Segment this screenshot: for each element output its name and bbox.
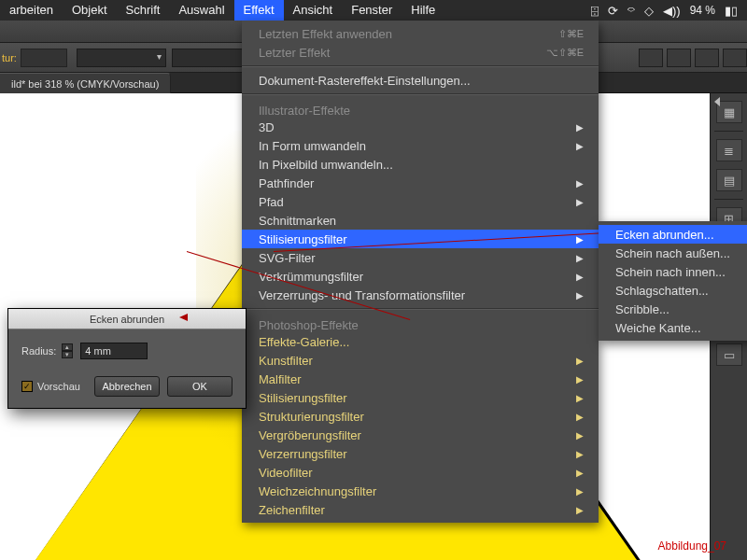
ok-button[interactable]: OK	[167, 376, 233, 397]
bluetooth-icon: ⌔	[627, 4, 635, 18]
mac-menubar: arbeiten Objekt Schrift Auswahl Effekt A…	[0, 0, 747, 21]
menubar-status: ⌹ ⟳ ⌔ ◇ ◀)) 94 % ▮▯	[591, 4, 747, 18]
volume-icon: ◀))	[663, 4, 681, 18]
submenu-round-corners[interactable]: Ecken abrunden...	[599, 225, 747, 244]
menu-video[interactable]: Videofilter▶	[242, 463, 599, 482]
menu-header-photoshop: Photoshop-Effekte	[242, 314, 599, 332]
menu-pathfinder[interactable]: Pathfinder▶	[242, 174, 599, 192]
menu-artistic[interactable]: Kunstfilter▶	[242, 351, 599, 370]
menu-ps-stylize[interactable]: Stilisierungsfilter▶	[242, 388, 599, 407]
figure-caption: Abbildung_07	[658, 539, 726, 553]
round-corners-dialog: Ecken abrunden Radius: ▴▾ ✓ Vorschau Abb…	[7, 308, 247, 409]
wifi-icon: ◇	[644, 4, 654, 18]
preview-label: Vorschau	[37, 381, 80, 392]
menu-item-hilfe[interactable]: Hilfe	[402, 0, 444, 21]
submenu-scribble[interactable]: Scribble...	[599, 300, 747, 318]
battery-icon: ▮▯	[725, 4, 738, 18]
dropbox-icon: ⌹	[591, 4, 599, 18]
submenu-outer-glow[interactable]: Schein nach außen...	[599, 244, 747, 262]
annotation-arrow-head	[179, 314, 188, 321]
menu-cropmarks[interactable]: Schnittmarken	[242, 211, 599, 230]
panel-stroke-icon[interactable]: ▭	[716, 343, 742, 366]
menu-item-bearbeiten[interactable]: arbeiten	[0, 0, 63, 21]
menu-item-fenster[interactable]: Fenster	[342, 0, 402, 21]
document-tab[interactable]: ild* bei 318 % (CMYK/Vorschau)	[0, 73, 171, 93]
menu-convert-shape[interactable]: In Form umwandeln▶	[242, 136, 599, 155]
doc-setup-button[interactable]	[639, 49, 663, 67]
radius-stepper[interactable]: ▴▾	[62, 343, 73, 358]
menu-item-objekt[interactable]: Objekt	[63, 0, 117, 21]
radius-label: Radius:	[21, 345, 56, 357]
menu-warp[interactable]: Verkrümmungsfilter▶	[242, 267, 599, 286]
dialog-title: Ecken abrunden	[8, 309, 246, 329]
menu-item-effekt[interactable]: Effekt	[234, 0, 284, 21]
cancel-button[interactable]: Abbrechen	[94, 376, 160, 397]
menu-pixelate[interactable]: Vergröberungsfilter▶	[242, 426, 599, 444]
menu-item-schrift[interactable]: Schrift	[117, 0, 170, 21]
stroke-profile-combo[interactable]	[77, 49, 166, 67]
menu-rasterize[interactable]: In Pixelbild umwandeln...	[242, 155, 599, 174]
preview-checkbox[interactable]: ✓ Vorschau	[21, 381, 80, 392]
menu-distort-transform[interactable]: Verzerrungs- und Transformationsfilter▶	[242, 286, 599, 304]
dock-collapse-icon[interactable]	[714, 97, 720, 106]
menu-stylize[interactable]: Stilisierungsfilter▶	[242, 230, 599, 248]
menu-blur[interactable]: Weichzeichnungsfilter▶	[242, 482, 599, 500]
menu-path[interactable]: Pfad▶	[242, 192, 599, 211]
stroke-label: tur:	[2, 52, 17, 63]
arrange-button[interactable]	[695, 49, 719, 67]
menu-ps-distort[interactable]: Verzerrungsfilter▶	[242, 444, 599, 463]
preferences-button[interactable]	[667, 49, 691, 67]
menu-svg-filter[interactable]: SVG-Filter▶	[242, 248, 599, 267]
panel-layers-icon[interactable]: ≣	[716, 139, 742, 161]
radius-input[interactable]	[80, 343, 148, 359]
check-icon: ✓	[21, 381, 33, 392]
menu-texture[interactable]: Strukturierungsfilter▶	[242, 407, 599, 426]
menu-header-illustrator: Illustrator-Effekte	[242, 99, 599, 118]
menu-sketch[interactable]: Zeichenfilter▶	[242, 500, 599, 519]
menu-effect-gallery[interactable]: Effekte-Galerie...	[242, 332, 599, 351]
menu-item-ansicht[interactable]: Ansicht	[284, 0, 343, 21]
submenu-drop-shadow[interactable]: Schlagschatten...	[599, 281, 747, 300]
battery-percent: 94 %	[690, 4, 715, 17]
stylize-submenu: Ecken abrunden... Schein nach außen... S…	[599, 221, 747, 341]
menu-3d[interactable]: 3D▶	[242, 118, 599, 136]
stroke-weight-field[interactable]	[21, 49, 67, 67]
submenu-feather[interactable]: Weiche Kante...	[599, 318, 747, 337]
align-button[interactable]	[723, 49, 747, 67]
menu-recent-apply: Letzten Effekt anwenden⇧⌘E	[242, 24, 599, 43]
panel-artboards-icon[interactable]: ▤	[716, 169, 742, 191]
menu-item-auswahl[interactable]: Auswahl	[169, 0, 233, 21]
menu-brush-strokes[interactable]: Malfilter▶	[242, 370, 599, 388]
submenu-inner-glow[interactable]: Schein nach innen...	[599, 262, 747, 281]
sync-icon: ⟳	[608, 4, 618, 18]
effect-menu: Letzten Effekt anwenden⇧⌘E Letzter Effek…	[242, 21, 599, 523]
menu-recent-last: Letzter Effekt⌥⇧⌘E	[242, 43, 599, 62]
menu-doc-raster[interactable]: Dokument-Rastereffekt-Einstellungen...	[242, 71, 599, 90]
